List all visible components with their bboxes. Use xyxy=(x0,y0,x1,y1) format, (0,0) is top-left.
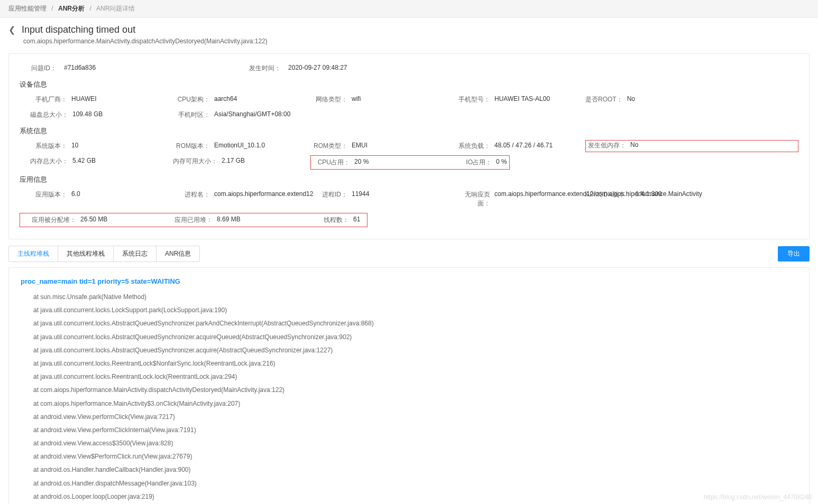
occur-time: 发生时间： 2020-09-27 09:48:27 xyxy=(244,62,347,74)
issue-id: 问题ID： #71d6a836 xyxy=(20,62,96,74)
system-rom-version: ROM版本：EmotionUI_10.1.0 xyxy=(173,140,310,152)
stack-trace-line: at com.aiops.hiperformance.MainActivity$… xyxy=(21,397,797,410)
stack-trace-card: proc_name=main tid=1 priority=5 state=WA… xyxy=(8,267,810,504)
stack-trace-line: at android.view.View.performClickInterna… xyxy=(21,424,797,437)
stack-trace-line: at java.util.concurrent.locks.AbstractQu… xyxy=(21,317,797,330)
tab-other-thread-stack[interactable]: 其他线程堆栈 xyxy=(58,246,114,262)
page-header: ❮ Input dispatching timed out com.aiops.… xyxy=(0,18,818,53)
app-sdk-version: APMSDK版本：1.4.1.300 xyxy=(585,189,798,210)
stack-trace-body: at sun.misc.Unsafe.park(Native Method)at… xyxy=(21,291,797,504)
stack-trace-line: at java.util.concurrent.locks.ReentrantL… xyxy=(21,370,797,384)
breadcrumb-sep: / xyxy=(51,5,53,12)
stack-trace-line: at android.view.View$PerformClick.run(Vi… xyxy=(21,450,797,463)
tab-anr-info[interactable]: ANR信息 xyxy=(157,246,199,262)
device-vendor: 手机厂商：HUAWEI xyxy=(20,94,173,106)
app-section-title: 应用信息 xyxy=(20,175,798,184)
stack-trace-line: at android.os.Handler.dispatchMessage(Ha… xyxy=(21,477,797,490)
app-anr-page: 无响应页面：com.aiops.hiperformance.extend12/c… xyxy=(453,189,585,210)
system-mem-avail: 内存可用大小：2.17 GB xyxy=(173,155,310,170)
stack-trace-line: at java.util.concurrent.locks.AbstractQu… xyxy=(21,331,797,344)
breadcrumb-l1[interactable]: 应用性能管理 xyxy=(8,5,47,12)
page-subtitle: com.aiops.hiperformance.MainActivity.dis… xyxy=(23,38,810,45)
system-load: 系统负载：48.05 / 47.26 / 46.71 xyxy=(453,140,585,152)
stack-trace-line: at com.aiops.hiperformance.MainActivity.… xyxy=(21,384,797,397)
stack-trace-line: at android.view.View.performClick(View.j… xyxy=(21,410,797,424)
device-cpu-arch: CPU架构：aarch64 xyxy=(173,94,310,106)
stack-trace-line: at android.os.Handler.handleCallback(Han… xyxy=(21,463,797,477)
system-low-memory: 发生低内存：No xyxy=(585,140,798,152)
system-os-version: 系统版本：10 xyxy=(20,140,173,152)
stack-trace-title: proc_name=main tid=1 priority=5 state=WA… xyxy=(21,277,797,285)
stack-trace-line: at sun.misc.Unsafe.park(Native Method) xyxy=(21,291,797,304)
breadcrumb-l3: ANR问题详情 xyxy=(96,5,135,12)
device-timezone: 手机时区：Asia/Shanghai/GMT+08:00 xyxy=(173,109,310,121)
breadcrumb-sep: / xyxy=(89,5,91,12)
system-rom-type: ROM类型：EMUI xyxy=(310,140,453,152)
system-mem-total: 内存总大小：5.42 GB xyxy=(20,155,173,170)
page-title: Input dispatching timed out xyxy=(22,24,135,35)
app-thread-count: 线程数：61 xyxy=(312,214,365,226)
back-icon[interactable]: ❮ xyxy=(8,25,15,35)
app-heap-used: 应用已用堆：8.69 MB xyxy=(174,214,312,226)
stack-trace-line: at java.util.concurrent.locks.ReentrantL… xyxy=(21,357,797,370)
breadcrumb-l2[interactable]: ANR分析 xyxy=(58,5,85,12)
stack-trace-line: at android.os.Looper.loop(Looper.java:21… xyxy=(21,490,797,503)
device-model: 手机型号：HUAWEI TAS-AL00 xyxy=(453,94,585,106)
app-process-id: 进程ID：11944 xyxy=(310,189,453,210)
app-heap-alloc: 应用被分配堆：26.50 MB xyxy=(22,214,174,226)
device-disk: 磁盘总大小：109.48 GB xyxy=(20,109,173,121)
stack-trace-line: at java.util.concurrent.locks.AbstractQu… xyxy=(21,344,797,357)
stack-tabs: 主线程堆栈 其他线程堆栈 系统日志 ANR信息 xyxy=(8,246,200,262)
system-io-usage: IO占用：0 % xyxy=(455,156,507,169)
device-root: 是否ROOT：No xyxy=(585,94,798,106)
app-process-name: 进程名：com.aiops.hiperformance.extend12 xyxy=(173,189,310,210)
detail-card: 问题ID： #71d6a836 发生时间： 2020-09-27 09:48:2… xyxy=(8,53,810,239)
tab-main-thread-stack[interactable]: 主线程堆栈 xyxy=(9,246,58,262)
device-network: 网络类型：wifi xyxy=(310,94,453,106)
stack-trace-line: at java.util.concurrent.locks.LockSuppor… xyxy=(21,304,797,317)
tab-system-log[interactable]: 系统日志 xyxy=(114,246,157,262)
export-button[interactable]: 导出 xyxy=(778,246,810,262)
stack-trace-line: at android.view.View.access$3500(View.ja… xyxy=(21,437,797,450)
device-section-title: 设备信息 xyxy=(20,80,798,89)
system-section-title: 系统信息 xyxy=(20,126,798,136)
breadcrumb: 应用性能管理 / ANR分析 / ANR问题详情 xyxy=(0,0,818,18)
app-version: 应用版本：6.0 xyxy=(20,189,173,210)
system-cpu-usage: CPU占用：20 % xyxy=(313,156,455,169)
